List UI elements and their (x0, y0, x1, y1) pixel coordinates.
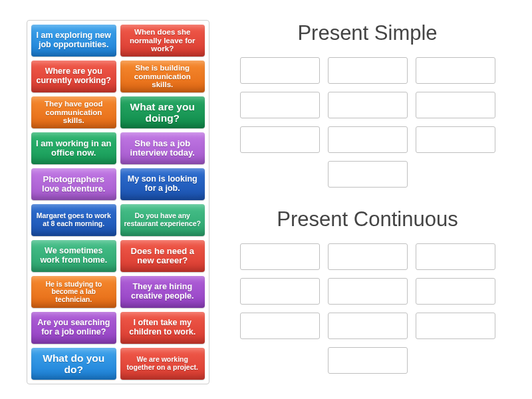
draggable-card[interactable]: What do you do? (31, 348, 116, 380)
draggable-card[interactable]: She is building communication skills. (120, 61, 205, 92)
slot-grid-simple (235, 57, 501, 188)
drop-slot[interactable] (328, 126, 408, 153)
drop-slot[interactable] (328, 278, 408, 305)
draggable-card[interactable]: She has a job interview today. (120, 132, 205, 164)
draggable-card[interactable]: When does she normally leave for work? (120, 25, 205, 57)
drop-slot[interactable] (416, 92, 495, 118)
drop-slot[interactable] (328, 313, 408, 339)
draggable-card[interactable]: What are you doing? (120, 96, 205, 128)
drop-slot[interactable] (240, 278, 320, 305)
draggable-card[interactable]: We are working together on a project. (120, 348, 205, 380)
drop-slot[interactable] (328, 347, 408, 374)
drop-slot[interactable] (240, 92, 320, 118)
draggable-card[interactable]: Photographers love adventure. (31, 168, 116, 200)
drop-slot[interactable] (328, 161, 408, 188)
drop-slot[interactable] (328, 92, 408, 118)
draggable-card[interactable]: Does he need a new career? (120, 240, 205, 272)
drop-slot[interactable] (416, 57, 495, 84)
draggable-card[interactable]: He is studying to become a lab technicia… (31, 276, 116, 308)
draggable-card[interactable]: My son is looking for a job. (120, 168, 205, 200)
slot-grid-continuous (235, 243, 501, 374)
drop-slot[interactable] (416, 243, 495, 270)
draggable-card-panel: I am exploring new job opportunities.Whe… (27, 20, 209, 384)
section-title-continuous: Present Continuous (277, 207, 458, 231)
draggable-card[interactable]: I often take my children to work. (120, 312, 205, 344)
activity-container: I am exploring new job opportunities.Whe… (0, 0, 532, 399)
draggable-card[interactable]: Where are you currently working? (31, 61, 116, 92)
draggable-card[interactable]: We sometimes work from home. (31, 240, 116, 272)
drop-slot[interactable] (416, 126, 495, 153)
draggable-card[interactable]: Do you have any restaurant experience? (120, 204, 205, 236)
drop-slot[interactable] (240, 313, 320, 339)
drop-slot[interactable] (328, 243, 408, 270)
drop-slot[interactable] (240, 126, 320, 153)
drop-slot[interactable] (416, 313, 495, 339)
drop-slot[interactable] (240, 243, 320, 270)
draggable-card[interactable]: Margaret goes to work at 8 each morning. (31, 204, 116, 236)
draggable-card[interactable]: They are hiring creative people. (120, 276, 205, 308)
draggable-card[interactable]: They have good communication skills. (31, 96, 116, 128)
drop-slot[interactable] (328, 57, 408, 84)
draggable-card[interactable]: I am exploring new job opportunities. (31, 25, 116, 57)
drop-slot[interactable] (416, 278, 495, 305)
drop-slot[interactable] (240, 57, 320, 84)
section-title-simple: Present Simple (297, 21, 437, 45)
draggable-card[interactable]: Are you searching for a job online? (31, 312, 116, 344)
drop-zones: Present Simple Present Continuous (229, 20, 505, 384)
draggable-card[interactable]: I am working in an office now. (31, 132, 116, 164)
